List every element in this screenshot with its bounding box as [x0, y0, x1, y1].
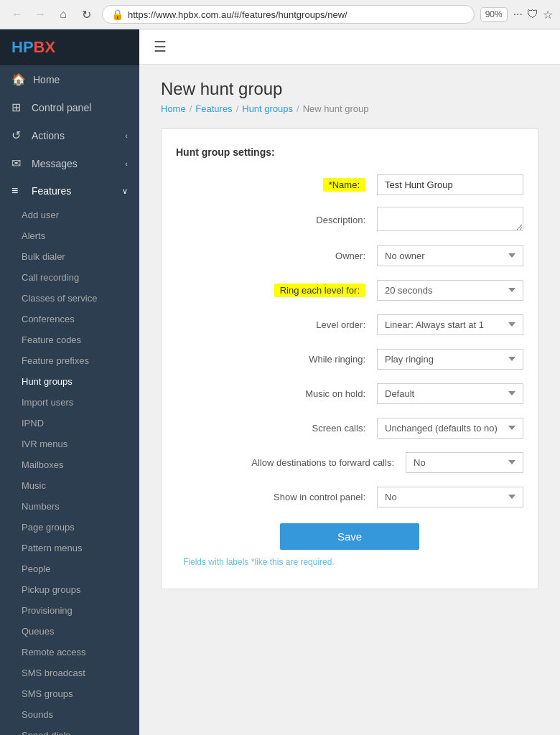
- description-input[interactable]: [377, 207, 523, 231]
- music-on-hold-row: Music on hold: Default: [176, 381, 523, 406]
- screen-calls-label: Screen calls:: [312, 423, 365, 434]
- while-ringing-select[interactable]: Play ringing: [377, 349, 523, 370]
- sidebar-nav: 🏠 Home ⊞ Control panel ↺ Actions ‹ ✉ Mes…: [0, 65, 139, 735]
- allow-destinations-label-wrapper: Allow destinations to forward calls:: [176, 457, 406, 468]
- allow-destinations-select[interactable]: No: [406, 452, 523, 473]
- lock-icon: 🔒: [111, 9, 123, 20]
- forward-button[interactable]: →: [30, 4, 50, 24]
- sidebar-sub-item-mailboxes[interactable]: Mailboxes: [0, 454, 139, 475]
- address-bar: 🔒: [102, 5, 475, 24]
- sidebar-item-label: Actions: [32, 130, 65, 141]
- description-row: Description:: [176, 207, 523, 233]
- sidebar-item-control-panel[interactable]: ⊞ Control panel: [0, 93, 139, 121]
- sidebar-sub-item-sms-groups[interactable]: SMS groups: [0, 683, 139, 704]
- sidebar-sub-item-feature-codes[interactable]: Feature codes: [0, 329, 139, 350]
- sidebar-sub-item-hunt-groups[interactable]: Hunt groups: [0, 371, 139, 392]
- sidebar-sub-item-provisioning[interactable]: Provisioning: [0, 600, 139, 621]
- sidebar-sub-item-alerts[interactable]: Alerts: [0, 225, 139, 246]
- shield-icon[interactable]: 🛡: [527, 8, 538, 21]
- url-input[interactable]: [128, 9, 465, 20]
- owner-select[interactable]: No owner: [377, 245, 523, 266]
- page-content: New hunt group Home / Features / Hunt gr…: [139, 65, 560, 735]
- sidebar-sub-item-conferences[interactable]: Conferences: [0, 309, 139, 329]
- level-order-row: Level order: Linear: Always start at 1: [176, 312, 523, 337]
- required-note: Fields with labels *like this are requir…: [176, 557, 523, 567]
- breadcrumb-home[interactable]: Home: [161, 103, 186, 114]
- sidebar-sub-item-sms-broadcast[interactable]: SMS broadcast: [0, 663, 139, 683]
- description-label: Description:: [316, 215, 365, 225]
- home-button[interactable]: ⌂: [53, 4, 73, 24]
- sidebar-sub-item-ivr-menus[interactable]: IVR menus: [0, 434, 139, 454]
- while-ringing-row: While ringing: Play ringing: [176, 347, 523, 371]
- breadcrumb: Home / Features / Hunt groups / New hunt…: [161, 103, 538, 114]
- sidebar-sub-item-music[interactable]: Music: [0, 475, 139, 496]
- back-button[interactable]: ←: [7, 4, 27, 24]
- actions-icon: ↺: [11, 128, 24, 142]
- level-order-label-wrapper: Level order:: [176, 319, 377, 330]
- level-order-label: Level order:: [316, 319, 365, 330]
- logo: HPBX: [11, 38, 55, 57]
- hamburger-icon[interactable]: ☰: [154, 38, 167, 55]
- zoom-level: 90%: [480, 7, 508, 22]
- sidebar-item-features[interactable]: ≡ Features ∨: [0, 177, 139, 205]
- owner-label-wrapper: Owner:: [176, 251, 377, 261]
- sidebar-sub-item-pickup-groups[interactable]: Pickup groups: [0, 579, 139, 600]
- while-ringing-label-wrapper: While ringing:: [176, 354, 377, 365]
- page-title: New hunt group: [161, 79, 538, 99]
- sidebar-sub-item-feature-prefixes[interactable]: Feature prefixes: [0, 350, 139, 371]
- show-control-panel-select[interactable]: No: [377, 487, 523, 507]
- name-input[interactable]: [377, 174, 523, 195]
- breadcrumb-hunt-groups[interactable]: Hunt groups: [242, 103, 293, 114]
- menu-dots-icon[interactable]: ···: [513, 8, 523, 21]
- name-row: *Name:: [176, 172, 523, 197]
- bookmark-icon[interactable]: ☆: [543, 8, 553, 22]
- features-arrow: ∨: [122, 187, 128, 196]
- breadcrumb-sep-3: /: [297, 103, 299, 114]
- refresh-button[interactable]: ↻: [76, 4, 96, 24]
- sidebar-item-actions[interactable]: ↺ Actions ‹: [0, 121, 139, 149]
- browser-chrome: ← → ⌂ ↻ 🔒 90% ··· 🛡 ☆: [0, 0, 560, 29]
- sidebar-logo: HPBX: [0, 29, 139, 65]
- breadcrumb-sep-1: /: [190, 103, 192, 114]
- ring-level-row: Ring each level for: 20 seconds: [176, 278, 523, 302]
- music-label: Music on hold:: [305, 388, 365, 399]
- sidebar-item-messages[interactable]: ✉ Messages ‹: [0, 149, 139, 177]
- sidebar-sub-item-queues[interactable]: Queues: [0, 621, 139, 642]
- level-order-field-wrapper: Linear: Always start at 1: [377, 314, 523, 335]
- music-select[interactable]: Default: [377, 383, 523, 404]
- sidebar-sub-item-remote-access[interactable]: Remote access: [0, 642, 139, 663]
- sidebar-sub-item-numbers[interactable]: Numbers: [0, 496, 139, 517]
- allow-destinations-row: Allow destinations to forward calls: No: [176, 450, 523, 474]
- ring-label-wrapper: Ring each level for:: [176, 284, 377, 297]
- sidebar-item-label: Home: [33, 74, 60, 85]
- screen-calls-field-wrapper: Unchanged (defaults to no): [377, 418, 523, 439]
- ring-field-wrapper: 20 seconds: [377, 280, 523, 301]
- sidebar-sub-item-sounds[interactable]: Sounds: [0, 704, 139, 725]
- sidebar-sub-item-pattern-menus[interactable]: Pattern menus: [0, 538, 139, 558]
- sidebar-sub-item-call-recording[interactable]: Call recording: [0, 267, 139, 288]
- sidebar-sub-item-ipnd[interactable]: IPND: [0, 413, 139, 434]
- settings-card: Hunt group settings: *Name: Description:: [161, 128, 538, 589]
- sidebar-item-label: Control panel: [32, 102, 91, 113]
- sidebar-sub-item-classes-of-service[interactable]: Classes of service: [0, 288, 139, 309]
- sidebar-sub-item-import-users[interactable]: Import users: [0, 392, 139, 413]
- sidebar-sub-item-bulk-dialer[interactable]: Bulk dialer: [0, 246, 139, 267]
- sidebar-sub-item-speed-dials[interactable]: Speed dials: [0, 725, 139, 735]
- browser-action-buttons: ··· 🛡 ☆: [513, 8, 553, 22]
- sidebar-item-label: Messages: [32, 158, 78, 169]
- sidebar-item-home[interactable]: 🏠 Home: [0, 65, 139, 93]
- save-button[interactable]: Save: [280, 523, 419, 550]
- music-field-wrapper: Default: [377, 383, 523, 404]
- sidebar-sub-item-page-groups[interactable]: Page groups: [0, 517, 139, 538]
- name-label-wrapper: *Name:: [176, 178, 377, 192]
- ring-select[interactable]: 20 seconds: [377, 280, 523, 301]
- level-order-select[interactable]: Linear: Always start at 1: [377, 314, 523, 335]
- sidebar-sub-item-people[interactable]: People: [0, 558, 139, 579]
- name-field-wrapper: [377, 174, 523, 195]
- show-control-panel-label-wrapper: Show in control panel:: [176, 492, 377, 502]
- sidebar-sub-item-add-user[interactable]: Add user: [0, 205, 139, 225]
- screen-calls-select[interactable]: Unchanged (defaults to no): [377, 418, 523, 439]
- breadcrumb-features[interactable]: Features: [195, 103, 232, 114]
- control-panel-icon: ⊞: [11, 100, 24, 114]
- messages-icon: ✉: [11, 156, 24, 170]
